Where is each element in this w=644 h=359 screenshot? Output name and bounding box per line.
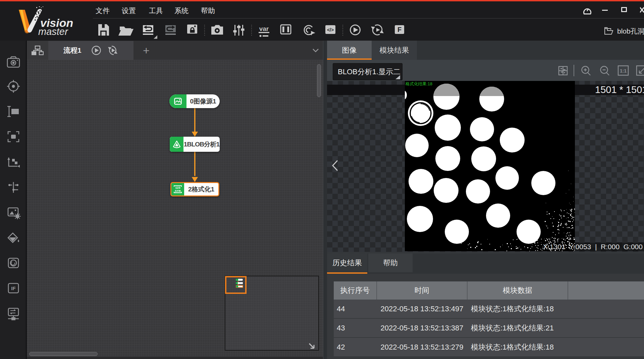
- svg-text:STR: STR: [175, 189, 181, 193]
- svg-text:master: master: [38, 26, 68, 36]
- svg-text:IF: IF: [11, 285, 15, 291]
- svg-text:</>: </>: [327, 27, 334, 33]
- svg-text:var: var: [259, 25, 269, 32]
- svg-text:1:1: 1:1: [620, 68, 627, 74]
- svg-text:123: 123: [175, 186, 180, 189]
- svg-text:F: F: [397, 26, 401, 33]
